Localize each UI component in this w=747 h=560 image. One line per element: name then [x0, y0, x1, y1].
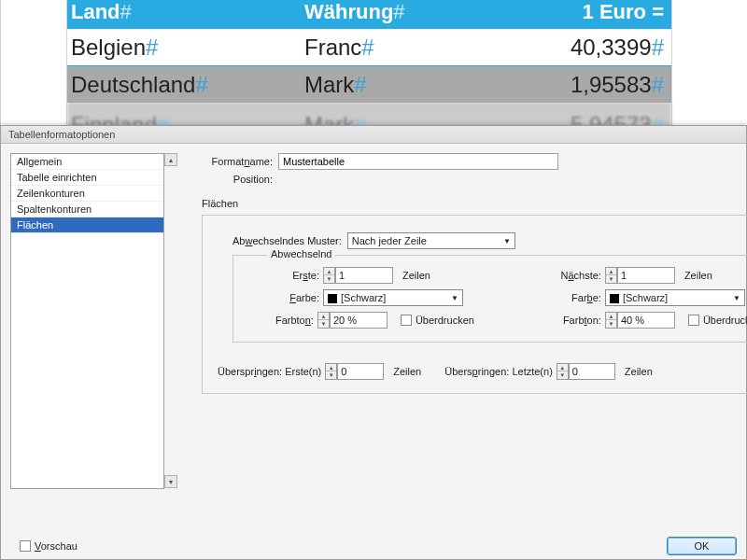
pattern-label: Abwechselndes Muster: [233, 235, 347, 246]
category-sidebar[interactable]: Allgemein Tabelle einrichten Zeilenkontu… [10, 153, 164, 489]
main-panel: Formatname: Position: Flächen Abwechseln… [164, 153, 747, 530]
sidebar-item-zeilenkonturen[interactable]: Zeilenkonturen [11, 186, 163, 202]
table-row: Deutschland# Mark# 1,95583# [67, 65, 671, 103]
ueberdrucken-left-checkbox[interactable]: Überdrucken [401, 315, 474, 326]
sidebar-item-allgemein[interactable]: Allgemein [11, 154, 163, 170]
farbton-right-spinner[interactable]: ▲▼ 40 % [605, 312, 675, 329]
naechste-label: Nächste: [521, 270, 601, 281]
naechste-spinner[interactable]: ▲▼ 1 [605, 267, 675, 284]
table-format-options-dialog: Tabellenformatoptionen Allgemein Tabelle… [0, 125, 747, 560]
table-row: Belgien# Franc# 40,3399# [67, 28, 671, 65]
farbe-left-select[interactable]: [Schwarz]▼ [323, 289, 463, 306]
farbe-right-select[interactable]: [Schwarz]▼ [605, 289, 745, 306]
skip-first-label: Überspringen: Erste(n) [218, 366, 321, 377]
sidebar-item-flaechen[interactable]: Flächen [11, 217, 163, 233]
pattern-select[interactable]: Nach jeder Zeile▼ [347, 232, 515, 249]
skip-last-label: Überspringen: Letzte(n) [444, 366, 553, 377]
dialog-title: Tabellenformatoptionen [1, 126, 746, 144]
farbton-right-label: Farbton: [521, 315, 601, 326]
formatname-input[interactable] [278, 153, 558, 170]
skip-first-spinner[interactable]: ▲▼ 0 [325, 363, 384, 380]
abwechselnd-label: Abwechselnd [267, 248, 335, 259]
ok-button[interactable]: OK [667, 537, 737, 555]
farbton-left-spinner[interactable]: ▲▼ 20 % [317, 312, 388, 329]
pattern-fieldset: Abwechselndes Muster: Nach jeder Zeile▼ … [202, 215, 747, 394]
farbe-left-label: Farbe: [239, 292, 319, 303]
skip-last-spinner[interactable]: ▲▼ 0 [557, 363, 615, 380]
preview-checkbox[interactable]: Vorschau [20, 540, 78, 552]
section-title: Flächen [202, 198, 747, 209]
farbe-right-label: Farbe: [521, 292, 601, 303]
position-label: Position: [202, 174, 278, 185]
erste-spinner[interactable]: ▲▼ 1 [323, 267, 393, 284]
table-header-row: Land# Währung# 1 Euro = [67, 0, 671, 28]
formatname-label: Formatname: [202, 156, 278, 167]
ueberdrucken-right-checkbox[interactable]: Überdruck [688, 315, 747, 326]
chevron-down-icon: ▼ [503, 237, 511, 245]
background-document: Land# Währung# 1 Euro = Belgien# Franc# … [0, 0, 747, 145]
farbton-left-label: Farbton: [239, 315, 314, 326]
sidebar-item-spaltenkonturen[interactable]: Spaltenkonturen [11, 202, 163, 217]
erste-label: Erste: [239, 270, 319, 281]
sidebar-item-tabelle-einrichten[interactable]: Tabelle einrichten [11, 170, 163, 186]
